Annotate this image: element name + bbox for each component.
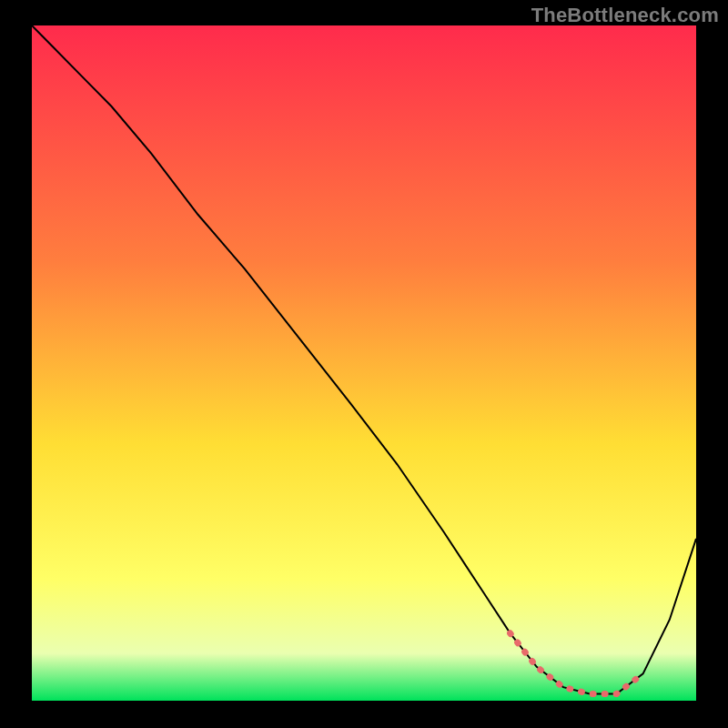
plot-background <box>32 25 696 701</box>
chart-stage: TheBottleneck.com <box>0 0 728 728</box>
watermark-text: TheBottleneck.com <box>531 4 719 27</box>
bottleneck-chart <box>0 0 728 728</box>
